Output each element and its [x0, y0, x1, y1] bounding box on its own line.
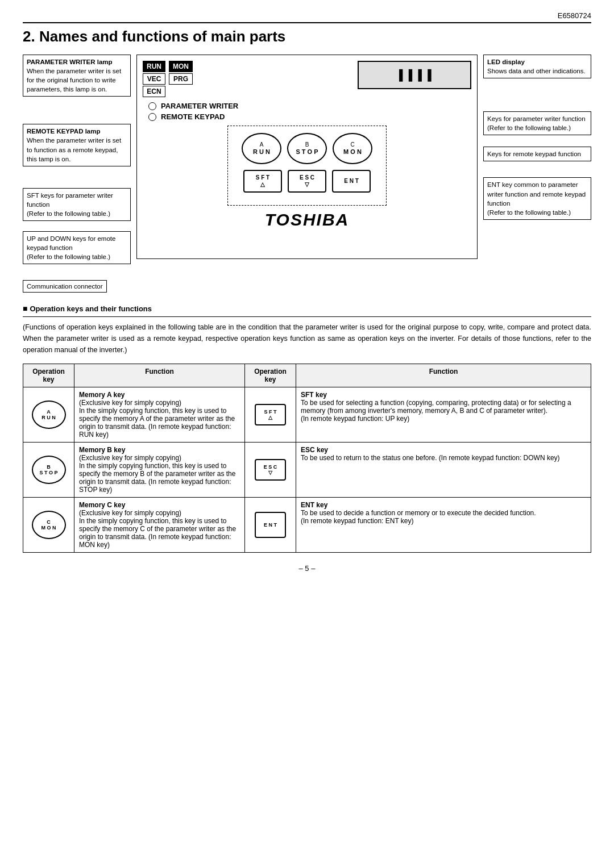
col-header-op-key-1: Operationkey	[23, 364, 74, 387]
ops-section-title-text: Operation keys and their functions	[30, 304, 152, 313]
diagram-right-labels: LED display Shows data and other indicat…	[483, 55, 591, 224]
key-cell-a-run: A R U N	[23, 387, 74, 443]
ent-key-label: ENT key common to parameter writer funct…	[483, 177, 591, 219]
func-b-stop-text: (Exclusive key for simply copying)In the…	[79, 454, 235, 494]
up-down-keys-label: UP and DOWN keys for emote keypad functi…	[23, 231, 131, 264]
table-row: A R U N Memory A key (Exclusive key for …	[23, 387, 591, 443]
rk-label: REMOTE KEYPAD	[161, 112, 225, 121]
key-ent[interactable]: E N T	[332, 170, 371, 193]
col-header-func-1: Function	[74, 364, 245, 387]
func-c-mon-text: (Exclusive key for simply copying)In the…	[79, 509, 236, 549]
rk-lamp-circle	[148, 113, 156, 121]
func-ent-title: ENT key	[301, 501, 327, 509]
key-b-top: B	[305, 141, 309, 148]
func-esc-title: ESC key	[301, 446, 328, 454]
keypad-area: A R U N B S T O P C M O N S F T △	[227, 126, 387, 206]
key-esc[interactable]: E S C ▽	[288, 170, 326, 193]
up-down-keys-text: UP and DOWN keys for emote keypad functi…	[27, 235, 115, 260]
key-sft[interactable]: S F T △	[243, 170, 282, 193]
sft-keys-text: SFT keys for parameter writer function(R…	[27, 192, 113, 217]
mode-mon: MON	[169, 61, 193, 72]
keys-param-writer-text: Keys for parameter writer function(Refer…	[487, 115, 586, 131]
func-cell-esc: ESC key To be used to return to the stat…	[296, 443, 591, 498]
func-cell-c-mon: Memory C key (Exclusive key for simply c…	[74, 498, 245, 553]
key-c-bottom: M O N	[343, 148, 362, 156]
param-writer-lamp-text: When the parameter writer is set for the…	[27, 68, 121, 93]
key-cell-b-stop: B S T O P	[23, 443, 74, 498]
pw-lamp-row: PARAMETER WRITER	[148, 102, 471, 110]
table-key-c-top: C	[47, 519, 51, 525]
key-cell-sft: S F T △	[245, 387, 296, 443]
keys-remote-keypad-text: Keys for remote keypad function	[487, 151, 581, 157]
func-b-stop-title: Memory B key	[79, 446, 125, 454]
key-a-run[interactable]: A R U N	[242, 133, 281, 164]
key-b-bottom: S T O P	[296, 148, 318, 156]
pw-lamp-circle	[148, 102, 156, 110]
remote-keypad-lamp-text: When the parameter writer is set to func…	[27, 137, 121, 162]
table-key-a-run[interactable]: A R U N	[32, 400, 66, 429]
brand-name: TOSHIBA	[265, 210, 349, 229]
pw-label: PARAMETER WRITER	[161, 102, 238, 110]
table-key-esc-top: E S C	[264, 464, 277, 470]
table-key-c-mon[interactable]: C M O N	[32, 511, 66, 539]
key-cell-c-mon: C M O N	[23, 498, 74, 553]
key-b-stop[interactable]: B S T O P	[287, 133, 327, 164]
table-key-a-bottom: R U N	[42, 415, 56, 421]
key-c-top: C	[350, 141, 354, 148]
led-display: ▐▐▐▐	[358, 61, 471, 89]
func-cell-sft: SFT key To be used for selecting a funct…	[296, 387, 591, 443]
func-cell-b-stop: Memory B key (Exclusive key for simply c…	[74, 443, 245, 498]
remote-keypad-lamp-title: REMOTE KEYPAD lamp	[27, 128, 101, 135]
keypad-row-1: A R U N B S T O P C M O N	[237, 133, 377, 164]
device-panel: RUN VEC ECN MON PRG ▐▐▐▐ PARAMETER WRITE…	[136, 55, 478, 259]
func-c-mon-title: Memory C key	[79, 501, 125, 509]
func-sft-title: SFT key	[301, 391, 327, 399]
func-a-run-text: (Exclusive key for simply copying)In the…	[79, 399, 235, 439]
ent-key-text: ENT key common to parameter writer funct…	[487, 181, 586, 215]
mode-col-left: RUN VEC ECN	[143, 61, 165, 97]
key-a-bottom: R U N	[253, 148, 270, 156]
keypad-row-2: S F T △ E S C ▽ E N T	[237, 170, 377, 193]
func-sft-text: To be used for selecting a function (cop…	[301, 399, 571, 423]
key-esc-top: E S C	[300, 174, 314, 181]
table-key-b-bottom: S T O P	[39, 470, 57, 476]
mode-prg: PRG	[169, 73, 193, 85]
param-writer-lamp-title: PARAMETER WRITER lamp	[27, 59, 113, 65]
table-key-a-top: A	[47, 409, 51, 415]
section-name: Names and functions of main parts	[39, 28, 285, 45]
table-key-sft[interactable]: S F T △	[255, 404, 286, 425]
key-ent-label: E N T	[344, 178, 359, 185]
diagram-container: PARAMETER WRITER lamp When the parameter…	[23, 55, 591, 293]
brand-logo: TOSHIBA	[143, 210, 471, 229]
table-row: B S T O P Memory B key (Exclusive key fo…	[23, 443, 591, 498]
func-ent-text: To be used to decide a function or memor…	[301, 509, 536, 525]
section-title: 2. Names and functions of main parts	[23, 22, 591, 45]
key-esc-bottom: ▽	[305, 181, 309, 188]
doc-id: E6580724	[23, 11, 591, 20]
led-display-label-title: LED display	[487, 59, 525, 65]
param-writer-lamp-label: PARAMETER WRITER lamp When the parameter…	[23, 55, 131, 97]
intro-text: (Functions of operation keys explained i…	[23, 322, 591, 356]
table-key-c-bottom: M O N	[42, 525, 56, 531]
func-a-run-title: Memory A key	[79, 391, 125, 399]
key-sft-bottom: △	[260, 181, 265, 188]
table-key-b-stop[interactable]: B S T O P	[32, 456, 66, 484]
mode-run: RUN	[143, 61, 165, 72]
comm-connector-label: Communication connector	[23, 280, 107, 293]
pw-rk-labels: PARAMETER WRITER REMOTE KEYPAD	[148, 102, 471, 121]
modes-left: RUN VEC ECN MON PRG	[143, 61, 193, 97]
key-c-mon[interactable]: C M O N	[333, 133, 372, 164]
led-display-label: LED display Shows data and other indicat…	[483, 55, 591, 78]
table-key-esc-bottom: ▽	[268, 470, 272, 476]
led-display-label-text: Shows data and other indications.	[487, 68, 586, 74]
key-cell-ent: E N T	[245, 498, 296, 553]
mode-col-right: MON PRG	[169, 61, 193, 97]
remote-keypad-lamp-label: REMOTE KEYPAD lamp When the parameter wr…	[23, 124, 131, 166]
key-a-top: A	[260, 141, 264, 148]
table-key-esc[interactable]: E S C ▽	[255, 459, 286, 481]
mode-ecn: ECN	[143, 86, 165, 97]
table-key-ent[interactable]: E N T	[255, 512, 286, 538]
mode-vec: VEC	[143, 73, 165, 85]
key-sft-top: S F T	[256, 174, 269, 181]
sft-keys-label: SFT keys for parameter writer function(R…	[23, 188, 131, 221]
